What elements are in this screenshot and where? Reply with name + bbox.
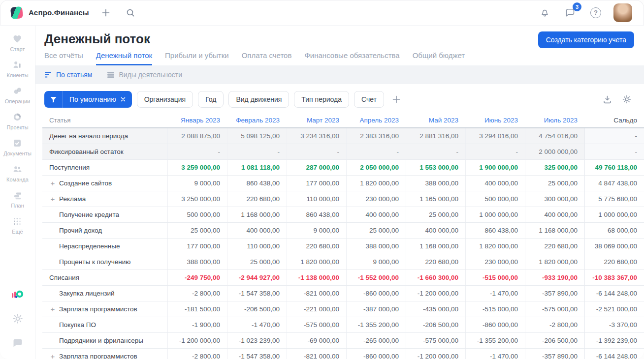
value-cell: - — [346, 144, 406, 159]
expand-icon[interactable]: + — [49, 305, 56, 313]
value-cell: 177 000,00 — [287, 176, 346, 191]
value-cell: -221 000,00 — [287, 301, 346, 317]
value-cell: -821 000,00 — [287, 349, 346, 359]
value-cell: 4 754 016,00 — [525, 128, 584, 144]
value-cell: 325 000,00 — [525, 160, 584, 175]
table-row[interactable]: Проценты к получению388 000,0025 000,001… — [42, 254, 644, 270]
value-cell: -1 900,00 — [167, 317, 227, 332]
create-category-button[interactable]: Создать категорию учета — [538, 31, 634, 48]
value-cell: 25 000,00 — [227, 254, 287, 269]
plan-icon — [12, 190, 23, 201]
table-row[interactable]: Списания-249 750,00-2 944 927,00-1 138 0… — [42, 270, 644, 286]
saldo-cell: - — [584, 144, 644, 159]
table-row[interactable]: +Создание сайтов9 000,00860 438,00177 00… — [42, 176, 644, 191]
value-cell: - — [227, 144, 287, 159]
table-settings-gear-icon[interactable] — [619, 92, 634, 107]
value-cell: 400 000,00 — [525, 207, 584, 222]
default-filter-chip[interactable]: По умолчанию — [44, 91, 132, 108]
table-row[interactable]: Поступления3 259 000,001 081 118,00287 0… — [42, 160, 644, 176]
value-cell: -2 944 927,00 — [227, 270, 287, 285]
column-header-month[interactable]: Февраль 2023 — [227, 117, 287, 124]
value-cell: 177 000,00 — [167, 239, 227, 254]
expand-icon[interactable]: + — [49, 195, 56, 203]
aspro-product-logo-icon[interactable] — [11, 290, 24, 300]
tab-cash-flow[interactable]: Денежный поток — [96, 51, 152, 65]
settings-gear-icon[interactable] — [12, 313, 24, 325]
tab-invoice-payment[interactable]: Оплата счетов — [242, 51, 292, 65]
table-row[interactable]: Нераспределенные177 000,00110 000,00220 … — [42, 239, 644, 254]
table-row[interactable]: Покупка ПО-1 900,00-1 470,00-575 000,00-… — [42, 317, 644, 333]
row-label: Денег на начало периода — [42, 128, 167, 144]
sidebar-item-operations[interactable]: Операции — [5, 86, 30, 104]
sort-lines-icon — [44, 71, 52, 78]
saldo-cell: 5 775 680,00 — [584, 191, 644, 207]
row-label: Проценты к получению — [42, 254, 167, 269]
sidebar-item-projects[interactable]: Проекты — [6, 112, 28, 130]
sidebar-item-clients[interactable]: Клиенты — [6, 60, 28, 78]
value-cell: 388 000,00 — [167, 254, 227, 269]
table-row[interactable]: Фиксированный остаток------2 000 000,00- — [42, 144, 644, 160]
filter-chip-period-type[interactable]: Тип периода — [294, 91, 349, 108]
table-row[interactable]: +Зарплата программистов-181 500,00-206 5… — [42, 301, 644, 317]
sidebar-item-plan[interactable]: План — [11, 190, 24, 209]
sidebar-item-start[interactable]: Старт — [10, 33, 25, 52]
tab-general-budget[interactable]: Общий бюджет — [413, 51, 465, 65]
tab-all-reports[interactable]: Все отчёты — [44, 51, 83, 65]
filter-chip-year[interactable]: Год — [198, 91, 224, 108]
app-window: Аспро.Финансы 3 ? Старт — [0, 0, 644, 359]
messages-icon[interactable]: 3 — [562, 5, 578, 21]
tab-financial-obligations[interactable]: Финансовые обязательства — [304, 51, 399, 65]
download-icon[interactable] — [600, 92, 614, 107]
table-row[interactable]: Закупка лицензий-2 800,00-1 547 358,00-8… — [42, 286, 644, 301]
column-header-month[interactable]: Май 2023 — [406, 117, 465, 124]
table-row[interactable]: +Зарплата программистов-2 800,00-1 547 3… — [42, 349, 644, 359]
table-row[interactable]: Прочий доход25 000,00400 000,009 000,002… — [42, 223, 644, 239]
value-cell: 1 168 000,00 — [525, 223, 584, 238]
add-icon[interactable] — [98, 5, 114, 21]
saldo-cell: 49 760 118,00 — [584, 160, 644, 175]
expand-icon[interactable]: + — [49, 180, 56, 187]
search-icon[interactable] — [123, 5, 138, 21]
subtab-activity-types[interactable]: Виды деятельности — [107, 71, 182, 79]
row-label: Покупка ПО — [42, 317, 167, 332]
table-row[interactable]: +Реклама3 250 000,00220 680,00110 000,00… — [42, 191, 644, 207]
close-icon[interactable] — [121, 97, 126, 102]
notifications-bell-icon[interactable] — [537, 5, 552, 21]
document-check-icon — [12, 138, 23, 149]
table-row[interactable]: Подрядчики и фрилансеры-1 200 000,00-1 0… — [42, 333, 644, 349]
sidebar: Старт Клиенты Операции Проекты Документы… — [0, 26, 35, 359]
value-cell: - — [406, 144, 465, 159]
column-header-month[interactable]: Апрель 2023 — [346, 117, 406, 124]
row-label: +Создание сайтов — [42, 176, 167, 191]
column-header-month[interactable]: Март 2023 — [287, 117, 346, 124]
column-header-month[interactable]: Июль 2023 — [525, 117, 584, 124]
tab-profit-loss[interactable]: Прибыли и убытки — [165, 51, 229, 65]
help-icon[interactable]: ? — [588, 5, 604, 21]
table-row[interactable]: Получение кредита500 000,001 168 000,008… — [42, 207, 644, 223]
sidebar-item-documents[interactable]: Документы — [3, 138, 32, 156]
row-label: Закупка лицензий — [42, 286, 167, 301]
messages-badge: 3 — [573, 2, 581, 11]
user-avatar[interactable] — [613, 3, 632, 22]
value-cell: -575 000,00 — [406, 333, 465, 348]
row-label: Нераспределенные — [42, 239, 167, 254]
expand-icon[interactable]: + — [49, 353, 56, 359]
sidebar-item-team[interactable]: Команда — [6, 164, 29, 182]
column-header-month[interactable]: Январь 2023 — [167, 117, 227, 124]
saldo-cell: -3 370,00 — [584, 317, 644, 332]
filter-chip-account[interactable]: Счет — [354, 91, 384, 108]
value-cell: -357 890,00 — [525, 286, 584, 301]
value-cell: 25 000,00 — [167, 223, 227, 238]
filter-chip-movement-type[interactable]: Вид движения — [228, 91, 289, 108]
add-filter-icon[interactable] — [389, 91, 404, 108]
saldo-cell: 68 000,00 — [584, 223, 644, 238]
sidebar-item-more[interactable]: Ещё — [12, 216, 23, 235]
support-chat-icon[interactable] — [12, 337, 24, 348]
filter-chip-organization[interactable]: Организация — [137, 91, 193, 108]
subtab-by-articles[interactable]: По статьям — [44, 71, 92, 79]
column-header-month[interactable]: Июнь 2023 — [465, 117, 525, 124]
value-cell: -206 500,00 — [406, 317, 465, 332]
value-cell: -1 200 000,00 — [167, 333, 227, 348]
value-cell: 3 234 316,00 — [287, 128, 346, 144]
table-row[interactable]: Денег на начало периода2 088 875,005 098… — [42, 128, 644, 144]
